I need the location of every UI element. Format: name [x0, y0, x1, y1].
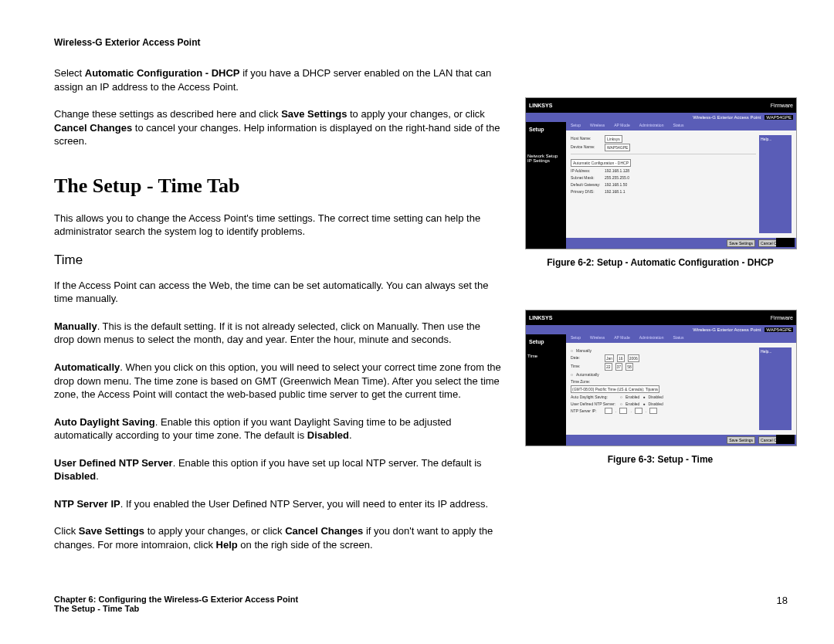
text: Select [54, 67, 85, 79]
tab-bar: Setup Wireless AP Mode Administration St… [566, 122, 796, 130]
nav-sidebar: Setup Network Setup IP Settings [526, 122, 566, 249]
tab-bar: Setup Wireless AP Mode Administration St… [566, 334, 796, 343]
save-button: Save Settings [727, 436, 755, 444]
screenshot-dhcp: LINKSYS Firmware Wireless-G Exterior Acc… [525, 97, 797, 249]
save-button: Save Settings [727, 239, 755, 247]
firmware-text: Firmware [771, 315, 793, 320]
main-text-column: Select Automatic Configuration - DHCP if… [54, 66, 502, 565]
text: Change these settings as described here … [54, 108, 281, 120]
paragraph-ntp-ip: NTP Server IP. If you enabled the User D… [54, 497, 502, 511]
text-bold: Disabled [54, 470, 96, 482]
figure-6-3-caption: Figure 6-3: Setup - Time [525, 454, 795, 465]
text: . [349, 429, 352, 441]
subheading-time: Time [54, 253, 502, 268]
paragraph-auto-dst: Auto Daylight Saving. Enable this option… [54, 415, 502, 442]
text-bold: Manually [54, 320, 97, 332]
document-header: Wireless-G Exterior Access Point [54, 37, 788, 48]
tab-wireless: Wireless [585, 122, 609, 130]
tab-admin: Administration [635, 122, 669, 130]
text-bold: Help [216, 539, 238, 551]
model-badge: WAP54GPE [764, 115, 793, 120]
paragraph-save-cancel: Change these settings as described here … [54, 107, 502, 148]
tab-apmode: AP Mode [609, 334, 634, 343]
paragraph-automatically: Automatically. When you click on this op… [54, 361, 502, 402]
figure-6-3: LINKSYS Firmware Wireless-G Exterior Acc… [525, 310, 797, 465]
text-bold: Save Settings [79, 525, 144, 537]
tab-wireless: Wireless [585, 334, 609, 343]
help-panel: Help... [759, 135, 792, 233]
product-title: Wireless-G Exterior Access Point [693, 115, 761, 120]
product-title: Wireless-G Exterior Access Point [693, 327, 761, 332]
paragraph-ntp-server: User Defined NTP Server. Enable this opt… [54, 456, 502, 483]
tab-status: Status [668, 334, 688, 343]
firmware-text: Firmware [771, 103, 793, 108]
tab-status: Status [668, 122, 688, 130]
screenshot-time: LINKSYS Firmware Wireless-G Exterior Acc… [525, 310, 797, 446]
text: . If you enabled the User Defined NTP Se… [120, 498, 488, 510]
cisco-logo-icon [776, 435, 795, 444]
text-bold: Disabled [307, 429, 349, 441]
footer-section: The Setup - Time Tab [54, 604, 788, 613]
text: . This is the default setting. If it is … [54, 320, 480, 346]
page-footer: Chapter 6: Configuring the Wireless-G Ex… [54, 595, 788, 613]
side-time: Time [527, 354, 564, 358]
nav-sidebar: Setup Time [526, 334, 566, 446]
text: to apply your changes, or click [144, 525, 285, 537]
tab-apmode: AP Mode [609, 122, 634, 130]
nav-setup: Setup [527, 125, 564, 134]
form-time: ○ Manually Date: Jan 16 2006 Time: 22 37 [571, 347, 756, 430]
tab-setup: Setup [566, 334, 585, 343]
tab-admin: Administration [635, 334, 669, 343]
text-bold: Save Settings [281, 108, 347, 120]
form-dhcp: Host Name:Linksys Device Name:WAP54GPE A… [571, 135, 756, 233]
heading-setup-time-tab: The Setup - Time Tab [54, 175, 502, 198]
paragraph-apply: Click Save Settings to apply your change… [54, 524, 502, 551]
text-bold: NTP Server IP [54, 498, 120, 510]
figure-6-2: LINKSYS Firmware Wireless-G Exterior Acc… [525, 97, 797, 268]
text: on the righ side of the screen. [238, 539, 373, 551]
tab-setup: Setup [566, 122, 585, 130]
linksys-logo: LINKSYS [529, 103, 552, 108]
text-bold: Cancel Changes [285, 525, 363, 537]
text: to apply your changes, or click [347, 108, 484, 120]
text: Click [54, 525, 79, 537]
help-panel: Help... [759, 347, 792, 430]
text-bold: Auto Daylight Saving [54, 416, 155, 428]
nav-setup: Setup [527, 337, 564, 346]
text-bold: Automatically [54, 361, 120, 373]
side-ip-settings: IP Settings [527, 158, 564, 163]
paragraph-dhcp: Select Automatic Configuration - DHCP if… [54, 66, 502, 93]
paragraph-time-intro: If the Access Point can access the Web, … [54, 279, 502, 306]
text-bold: User Defined NTP Server [54, 457, 173, 469]
figure-6-2-caption: Figure 6-2: Setup - Automatic Configurat… [525, 257, 795, 268]
linksys-logo: LINKSYS [529, 315, 552, 320]
paragraph-intro: This allows you to change the Access Poi… [54, 212, 502, 239]
text: . When you click on this option, you wil… [54, 361, 501, 400]
figures-column: LINKSYS Firmware Wireless-G Exterior Acc… [525, 66, 797, 565]
paragraph-manually: Manually. This is the default setting. I… [54, 320, 502, 347]
text: . Enable this option if you have set up … [173, 457, 482, 469]
text-bold: Automatic Configuration - DHCP [85, 67, 240, 79]
text-bold: Cancel Changes [54, 122, 132, 134]
page-number: 18 [777, 595, 788, 606]
cisco-logo-icon [776, 238, 795, 247]
footer-chapter: Chapter 6: Configuring the Wireless-G Ex… [54, 595, 788, 604]
model-badge: WAP54GPE [764, 327, 793, 332]
text: . [96, 470, 99, 482]
